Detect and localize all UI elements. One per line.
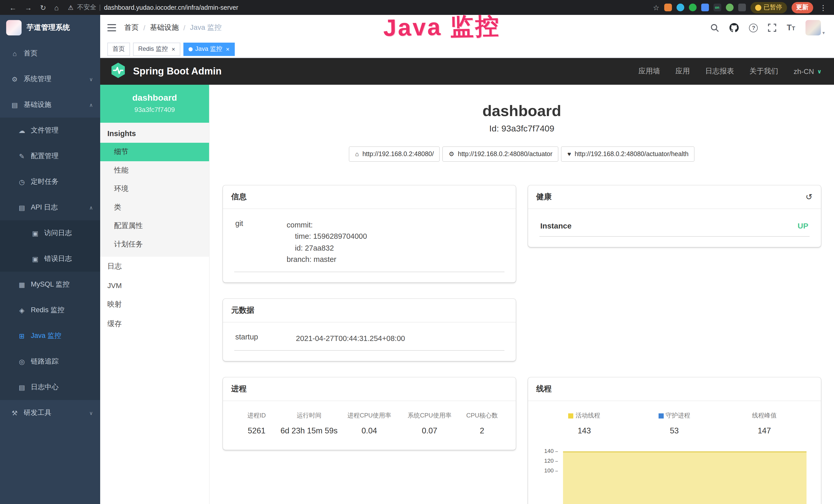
app-title: 芋道管理系统 bbox=[27, 23, 70, 32]
sidebar-item-trace[interactable]: ◎ 链路追踪 bbox=[0, 349, 100, 374]
sba-item-classes[interactable]: 类 bbox=[100, 198, 209, 217]
sidebar-item-label: 链路追踪 bbox=[31, 357, 59, 366]
chevron-up-icon: ∧ bbox=[89, 102, 93, 108]
sba-nav-applications[interactable]: 应用 bbox=[676, 67, 690, 76]
breadcrumb-home[interactable]: 首页 bbox=[124, 23, 139, 32]
metadata-value: 2021-04-27T00:44:31.254+08:00 bbox=[296, 333, 405, 344]
sba-item-configprops[interactable]: 配置属性 bbox=[100, 217, 209, 235]
tab-java-monitor[interactable]: Java 监控 × bbox=[183, 42, 235, 56]
extension-icon[interactable] bbox=[676, 4, 684, 11]
sba-item-details[interactable]: 细节 bbox=[100, 143, 209, 161]
extension-icon[interactable] bbox=[688, 4, 696, 11]
browser-chrome: ← → ↻ ⌂ ⚠ 不安全 dashboard.yudao.iocoder.cn… bbox=[0, 0, 834, 15]
process-metrics: 进程ID 5261 运行时间 6d 23h 15m 59s bbox=[234, 409, 504, 440]
sidebar-item-redis-monitor[interactable]: ◈ Redis 监控 bbox=[0, 297, 100, 323]
sidebar-item-scheduled-jobs[interactable]: ◷ 定时任务 bbox=[0, 169, 100, 194]
sba-content: dashboard Id: 93a3fc7f7409 ⌂ http://192.… bbox=[210, 85, 834, 504]
back-button[interactable]: ← bbox=[5, 3, 21, 12]
sidebar-item-java-monitor[interactable]: ⊞ Java 监控 bbox=[0, 323, 100, 349]
legend-daemon-threads: 守护进程 53 bbox=[629, 412, 720, 436]
app-logo-row[interactable]: 芋道管理系统 bbox=[0, 15, 100, 41]
tab-home[interactable]: 首页 bbox=[107, 42, 130, 56]
sba-item-metrics[interactable]: 性能 bbox=[100, 161, 209, 180]
instance-header[interactable]: dashboard 93a3fc7f7409 bbox=[100, 85, 209, 123]
history-icon[interactable]: ↺ bbox=[806, 192, 812, 202]
sidebar-item-error-log[interactable]: ▣ 错误日志 bbox=[0, 246, 100, 272]
locale-selector[interactable]: zh-CN ∨ bbox=[794, 67, 822, 75]
sba-nav-about[interactable]: 关于我们 bbox=[749, 67, 778, 76]
smiley-icon bbox=[755, 4, 761, 10]
document-icon: ▣ bbox=[31, 229, 40, 237]
help-icon[interactable]: ? bbox=[749, 23, 758, 32]
active-dot bbox=[189, 47, 193, 51]
sba-item-scheduled-tasks[interactable]: 计划任务 bbox=[100, 235, 209, 254]
threads-chart: 140 120 100 bbox=[540, 448, 810, 504]
sba-item-logfile[interactable]: 日志 bbox=[100, 257, 209, 276]
chevron-down-icon: ∨ bbox=[89, 76, 93, 82]
collapse-sidebar-button[interactable] bbox=[107, 24, 116, 31]
breadcrumb-section[interactable]: 基础设施 bbox=[150, 23, 179, 32]
close-icon[interactable]: × bbox=[226, 45, 229, 53]
actuator-url-link[interactable]: ⚙ http://192.168.0.2:48080/actuator bbox=[443, 146, 559, 162]
sba-item-mappings[interactable]: 映射 bbox=[100, 295, 209, 314]
sba-item-environment[interactable]: 环境 bbox=[100, 180, 209, 198]
extension-icon[interactable] bbox=[726, 4, 733, 11]
reload-button[interactable]: ↻ bbox=[36, 3, 50, 12]
sidebar-item-home[interactable]: ⌂ 首页 bbox=[0, 41, 100, 66]
tab-redis-monitor[interactable]: Redis 监控 × bbox=[133, 42, 180, 56]
forward-button[interactable]: → bbox=[21, 3, 36, 12]
address-bar[interactable]: ⚠ 不安全 dashboard.yudao.iocoder.cn/infra/a… bbox=[68, 3, 238, 12]
user-menu[interactable]: ▾ bbox=[806, 20, 825, 36]
legend-live-threads: 活动线程 143 bbox=[540, 412, 630, 436]
sidebar-item-mysql-monitor[interactable]: ▦ MySQL 监控 bbox=[0, 272, 100, 297]
spring-boot-admin-logo bbox=[109, 62, 127, 81]
browser-home-button[interactable]: ⌂ bbox=[50, 3, 63, 12]
clock-icon: ◷ bbox=[18, 178, 26, 186]
app-logo bbox=[6, 20, 22, 36]
sidebar-item-infra[interactable]: ▤ 基础设施 ∧ bbox=[0, 92, 100, 118]
puzzle-extension-icon[interactable] bbox=[738, 4, 746, 11]
font-size-icon[interactable]: TT bbox=[787, 23, 795, 32]
bookmark-star-icon[interactable]: ☆ bbox=[653, 3, 659, 12]
close-icon[interactable]: × bbox=[172, 45, 175, 53]
sba-nav-links: 应用墙 应用 日志报表 关于我们 zh-CN ∨ bbox=[639, 67, 822, 76]
sidebar-item-access-log[interactable]: ▣ 访问日志 bbox=[0, 220, 100, 246]
sba-nav-wall[interactable]: 应用墙 bbox=[639, 67, 660, 76]
browser-menu-icon[interactable]: ⋮ bbox=[817, 3, 829, 12]
git-info-row: git commit: time: 1596289704000 id: 27aa… bbox=[234, 216, 504, 272]
health-url-link[interactable]: ♥ http://192.168.0.2:48080/actuator/heal… bbox=[561, 146, 695, 162]
sidebar-item-dev-tools[interactable]: ⚒ 研发工具 ∨ bbox=[0, 400, 100, 426]
breadcrumb-current: Java 监控 bbox=[190, 23, 222, 32]
instance-links: ⌂ http://192.168.0.2:48080/ ⚙ http://192… bbox=[223, 146, 821, 162]
browser-update-button[interactable]: 更新 bbox=[791, 2, 813, 13]
service-url-link[interactable]: ⌂ http://192.168.0.2:48080/ bbox=[349, 146, 440, 162]
extension-on-badge-icon[interactable]: on bbox=[713, 4, 721, 11]
app-window: 芋道管理系统 ⌂ 首页 ⚙ 系统管理 ∨ ▤ 基础设施 ∧ ☁ 文件管理 ✎ bbox=[0, 15, 834, 504]
sidebar-item-file-management[interactable]: ☁ 文件管理 bbox=[0, 118, 100, 143]
chevron-down-icon: ∨ bbox=[89, 410, 93, 416]
extension-icon[interactable] bbox=[664, 4, 672, 11]
sidebar-item-system[interactable]: ⚙ 系统管理 ∨ bbox=[0, 66, 100, 92]
extension-icon[interactable] bbox=[701, 4, 709, 11]
sidebar-item-label: 研发工具 bbox=[24, 408, 51, 417]
sidebar-item-log-center[interactable]: ▤ 日志中心 bbox=[0, 374, 100, 400]
sba-nav-journal[interactable]: 日志报表 bbox=[705, 67, 734, 76]
sba-item-jvm[interactable]: JVM bbox=[100, 276, 209, 295]
sba-item-caches[interactable]: 缓存 bbox=[100, 314, 209, 334]
metric-pid: 进程ID 5261 bbox=[234, 412, 279, 436]
fullscreen-icon[interactable] bbox=[768, 24, 776, 32]
sidebar-item-label: 定时任务 bbox=[31, 177, 59, 186]
sidebar-item-label: 日志中心 bbox=[31, 383, 59, 392]
process-card: 进程 进程ID 5261 运行时间 bbox=[223, 378, 516, 450]
infrastructure-icon: ▤ bbox=[10, 101, 19, 109]
search-icon[interactable] bbox=[711, 23, 720, 32]
legend-peak-threads: 线程峰值 147 bbox=[720, 412, 810, 436]
sidebar-item-config-management[interactable]: ✎ 配置管理 bbox=[0, 143, 100, 169]
card-title: 进程 bbox=[223, 378, 516, 401]
sidebar-item-api-log[interactable]: ▤ API 日志 ∧ bbox=[0, 194, 100, 220]
security-label: 不安全 bbox=[77, 3, 96, 12]
paused-extension-badge[interactable]: 已暂停 bbox=[750, 2, 787, 13]
log-icon: ▤ bbox=[18, 383, 26, 391]
admin-sidebar: 芋道管理系统 ⌂ 首页 ⚙ 系统管理 ∨ ▤ 基础设施 ∧ ☁ 文件管理 ✎ bbox=[0, 15, 100, 504]
github-icon[interactable] bbox=[730, 23, 739, 32]
